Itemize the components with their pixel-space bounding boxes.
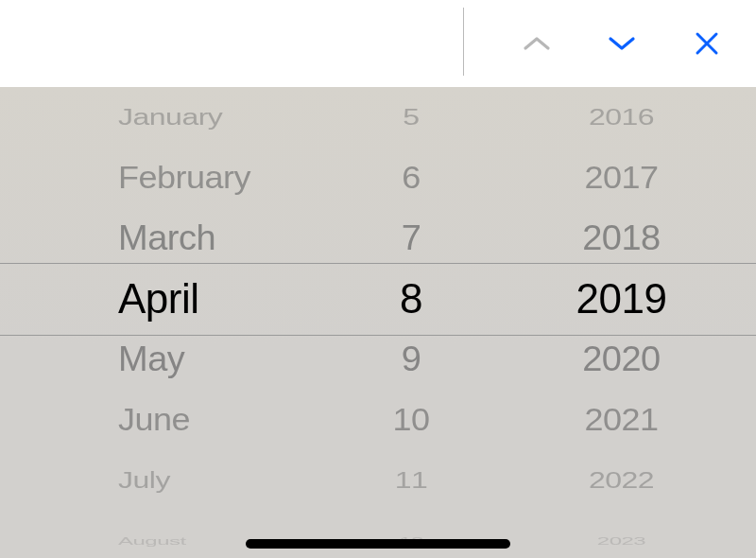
year-row[interactable]: 2020 [487,326,756,392]
day-row[interactable]: 6 [335,148,487,209]
close-icon [694,30,720,57]
month-row[interactable]: April [0,265,335,333]
day-wheel[interactable]: 456789101112 [335,87,487,558]
year-row[interactable]: 2019 [487,265,756,333]
chevron-down-icon [608,35,636,52]
year-wheel[interactable]: 201520162017201820192020202120222023 [487,87,756,558]
month-row[interactable]: July [0,456,335,505]
day-row[interactable]: 11 [335,456,487,505]
home-indicator [246,539,510,549]
year-row[interactable]: 2022 [487,456,756,505]
year-row[interactable]: 2018 [487,205,756,270]
day-row[interactable]: 9 [335,326,487,392]
toolbar-separator [463,8,464,76]
day-row[interactable]: 10 [335,390,487,451]
month-row[interactable]: March [0,205,335,270]
date-picker: DecemberJanuaryFebruaryMarchAprilMayJune… [0,87,756,558]
next-button[interactable] [605,26,639,61]
prev-button[interactable] [520,26,554,61]
month-row[interactable]: January [0,93,335,142]
day-row[interactable]: 7 [335,205,487,270]
year-row[interactable]: 2021 [487,390,756,451]
selection-line-top [0,263,756,264]
chevron-up-icon [523,35,551,52]
month-wheel[interactable]: DecemberJanuaryFebruaryMarchAprilMayJune… [0,87,335,558]
day-row[interactable]: 8 [335,265,487,333]
selection-line-bottom [0,335,756,336]
month-row[interactable]: May [0,326,335,392]
year-row[interactable]: 2023 [487,525,756,558]
year-row[interactable]: 2016 [487,93,756,142]
year-row[interactable]: 2017 [487,148,756,209]
month-row[interactable]: June [0,390,335,451]
month-row[interactable]: February [0,148,335,209]
day-row[interactable]: 5 [335,93,487,142]
close-button[interactable] [690,26,724,61]
picker-toolbar [0,0,756,87]
